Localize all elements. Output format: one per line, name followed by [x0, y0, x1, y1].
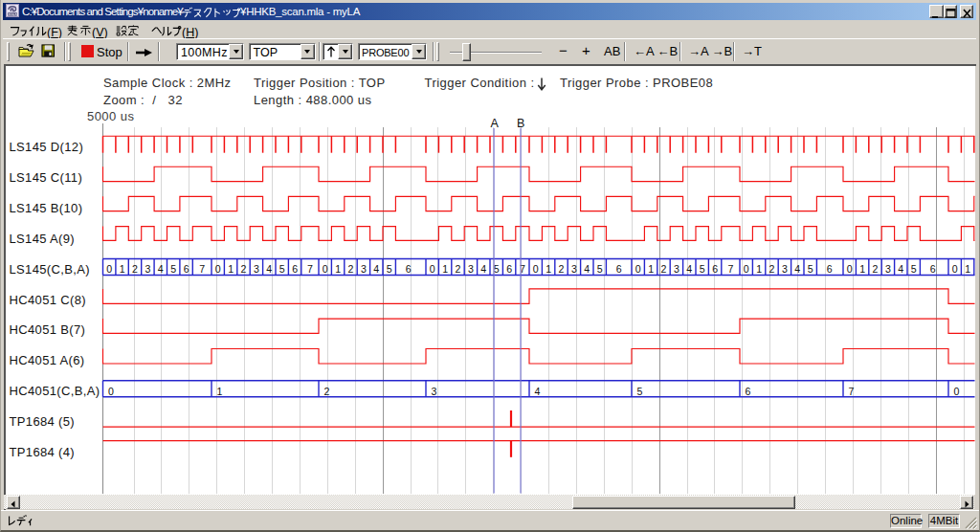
svg-text:6: 6 [292, 263, 298, 275]
svg-text:4: 4 [686, 263, 692, 275]
svg-text:2: 2 [559, 263, 565, 275]
svg-text:2: 2 [348, 263, 354, 275]
svg-text:3: 3 [782, 263, 788, 275]
svg-text:0: 0 [430, 263, 435, 275]
svg-text:3: 3 [361, 263, 367, 275]
svg-text:2: 2 [873, 263, 879, 275]
svg-text:0: 0 [108, 386, 114, 397]
svg-text:LS145(C,B,A): LS145(C,B,A) [10, 262, 90, 277]
svg-text:5: 5 [637, 386, 643, 397]
svg-text:7: 7 [849, 386, 855, 397]
svg-text:6: 6 [930, 263, 936, 275]
svg-text:3: 3 [571, 263, 577, 275]
svg-text:HC4051 C(8): HC4051 C(8) [10, 293, 86, 307]
svg-text:B: B [517, 117, 525, 130]
svg-text:LS145 D(12): LS145 D(12) [10, 140, 84, 154]
svg-text:0: 0 [952, 263, 958, 275]
svg-text:4: 4 [535, 386, 541, 397]
svg-text:1: 1 [756, 263, 762, 275]
svg-text:0: 0 [635, 263, 641, 275]
svg-text:7: 7 [199, 263, 205, 275]
svg-text:0: 0 [215, 263, 221, 275]
svg-text:LS145 A(9): LS145 A(9) [10, 232, 76, 246]
svg-text:4: 4 [266, 263, 272, 275]
svg-text:TP1684 (4): TP1684 (4) [10, 445, 76, 459]
svg-text:4: 4 [158, 263, 164, 275]
svg-text:5: 5 [808, 263, 813, 275]
svg-text:0: 0 [847, 263, 853, 275]
svg-text:4: 4 [373, 263, 379, 275]
svg-text:2: 2 [661, 263, 667, 275]
svg-text:3: 3 [468, 263, 474, 275]
svg-text:3: 3 [145, 263, 150, 275]
svg-text:2: 2 [769, 263, 775, 275]
svg-text:3: 3 [885, 263, 891, 275]
svg-text:1: 1 [120, 263, 125, 275]
svg-text:2: 2 [456, 263, 461, 275]
svg-text:1: 1 [859, 263, 865, 275]
svg-text:2: 2 [324, 386, 330, 397]
svg-text:2: 2 [241, 263, 247, 275]
svg-text:3: 3 [674, 263, 679, 275]
svg-text:Trigger Probe : PROBE08: Trigger Probe : PROBE08 [560, 76, 713, 90]
svg-text:HC4051 A(6): HC4051 A(6) [10, 353, 85, 367]
svg-text:7: 7 [307, 263, 313, 275]
svg-text:0: 0 [954, 386, 960, 397]
svg-text:4: 4 [480, 263, 486, 275]
svg-text:6: 6 [746, 386, 751, 397]
svg-text:3: 3 [254, 263, 259, 275]
svg-text:0: 0 [744, 263, 749, 275]
svg-text:2: 2 [132, 263, 138, 275]
svg-text:4: 4 [898, 263, 903, 275]
svg-text:5: 5 [279, 263, 285, 275]
svg-text:Sample Clock : 2MHz: Sample Clock : 2MHz [103, 76, 232, 90]
svg-text:HC4051 B(7): HC4051 B(7) [10, 322, 86, 337]
svg-text:1: 1 [965, 263, 970, 275]
svg-text:1: 1 [546, 263, 551, 275]
svg-text:5: 5 [597, 263, 603, 275]
svg-text:5: 5 [911, 263, 917, 275]
svg-text:HC4051(C,B,A): HC4051(C,B,A) [10, 384, 100, 398]
svg-text:1: 1 [217, 386, 223, 397]
svg-text:TP1684 (5): TP1684 (5) [10, 414, 76, 429]
svg-text:0: 0 [533, 263, 539, 275]
svg-text:4: 4 [794, 263, 800, 275]
svg-text:Trigger Condition :: Trigger Condition : [425, 76, 535, 90]
svg-text:1: 1 [228, 263, 234, 275]
svg-text:1: 1 [442, 263, 448, 275]
svg-text:0: 0 [106, 263, 112, 275]
svg-text:7: 7 [727, 263, 733, 275]
svg-text:6: 6 [506, 263, 512, 275]
svg-text:Zoom : / 32: Zoom : / 32 [103, 93, 183, 107]
svg-text:5: 5 [700, 263, 705, 275]
svg-text:5: 5 [170, 263, 176, 275]
svg-text:1: 1 [648, 263, 654, 275]
svg-text:6: 6 [712, 263, 718, 275]
svg-text:4: 4 [584, 263, 590, 275]
svg-text:Length : 488.000 us: Length : 488.000 us [254, 93, 372, 107]
svg-text:3: 3 [432, 386, 437, 397]
svg-text:LS145 C(11): LS145 C(11) [10, 170, 83, 185]
svg-text:1: 1 [335, 263, 341, 275]
svg-text:5000 us: 5000 us [87, 109, 134, 123]
svg-text:6: 6 [184, 263, 189, 275]
svg-text:0: 0 [323, 263, 328, 275]
svg-text:6: 6 [827, 263, 833, 275]
svg-text:6: 6 [406, 263, 412, 275]
svg-text:Trigger Position : TOP: Trigger Position : TOP [254, 76, 386, 90]
svg-text:A: A [491, 117, 500, 130]
svg-text:6: 6 [616, 263, 622, 275]
svg-text:5: 5 [387, 263, 392, 275]
svg-text:LS145 B(10): LS145 B(10) [10, 201, 83, 215]
